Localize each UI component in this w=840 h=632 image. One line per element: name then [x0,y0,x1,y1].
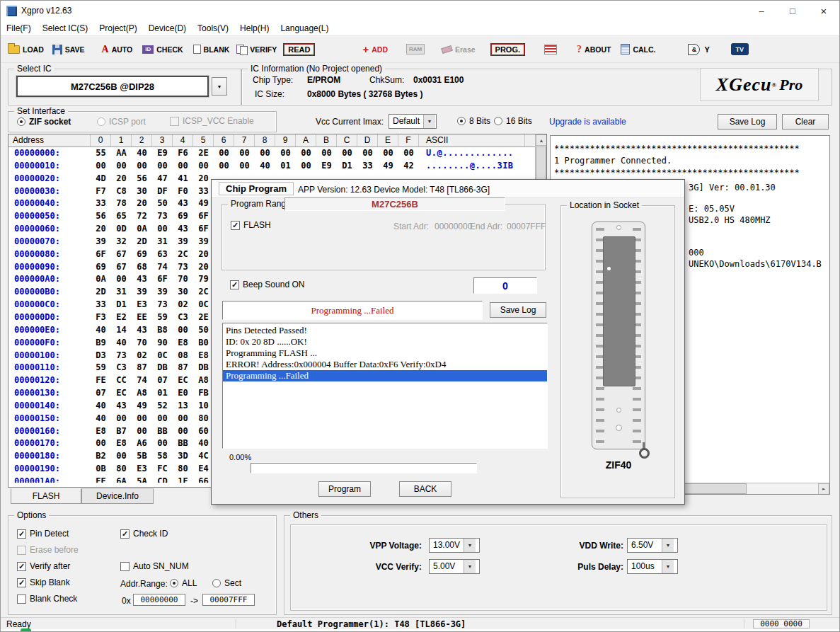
hex-byte-cell[interactable]: 80 [111,463,132,476]
hex-byte-cell[interactable]: 42 [398,160,419,173]
program-log-line[interactable]: Programming FLASH ... [223,347,547,359]
hex-byte-cell[interactable]: D3 [91,350,111,362]
hex-byte-cell[interactable]: 00 [275,147,296,160]
hex-byte-cell[interactable]: 73 [111,350,132,362]
hex-byte-cell[interactable]: 4D [91,173,111,185]
range-from-input[interactable] [133,594,185,606]
bits16-radio[interactable]: 16 Bits [494,116,532,126]
tab-flash[interactable]: FLASH [11,488,81,504]
hex-byte-cell[interactable]: 00 [173,425,193,438]
hex-byte-cell[interactable]: 0A [132,223,152,236]
hex-byte-cell[interactable]: BB [173,437,193,450]
calc-button[interactable]: CALC. [621,44,655,54]
hex-byte-cell[interactable]: 6F [91,248,111,261]
blank-button[interactable]: BLANK [193,45,230,54]
hex-byte-cell[interactable]: C3 [173,311,193,324]
hex-byte-cell[interactable]: C8 [111,185,132,198]
menu-language[interactable]: Language(L) [275,21,334,35]
hex-byte-cell[interactable]: 40 [91,413,111,425]
hex-byte-cell[interactable]: 00 [234,160,255,173]
hex-byte-cell[interactable]: 01 [275,160,296,173]
hex-byte-cell[interactable]: E9 [152,147,173,160]
program-log-line[interactable]: Programming ...Failed [223,370,547,381]
hex-byte-cell[interactable]: 00 [132,413,152,425]
hex-byte-cell[interactable]: 20 [132,197,152,210]
vdd-write-select[interactable]: 6.50V ▼ [627,538,678,553]
hex-byte-cell[interactable]: 69 [132,248,152,261]
scroll-right-icon[interactable]: ► [818,483,829,495]
hex-byte-cell[interactable]: 00 [398,147,419,160]
hex-byte-cell[interactable]: B9 [91,337,111,350]
hex-byte-cell[interactable]: 0D [111,223,132,236]
hex-byte-cell[interactable]: 2C [173,248,193,261]
hex-byte-cell[interactable]: 6A [111,476,132,483]
hex-byte-cell[interactable]: 59 [152,311,173,324]
hex-byte-cell[interactable]: A8 [132,387,152,400]
hex-byte-cell[interactable]: 30 [173,286,193,299]
icsp-vcc-checkbox[interactable]: ICSP_VCC Enable [170,116,254,126]
read-button[interactable]: READ [284,44,314,55]
verify-button[interactable]: VERIFY [236,45,277,54]
hex-byte-cell[interactable]: 02 [132,350,152,362]
hex-byte-cell[interactable]: 39 [152,286,173,299]
hex-byte-cell[interactable]: 00 [111,413,132,425]
hex-byte-cell[interactable]: 41 [173,173,193,185]
about-button[interactable]: ? ABOUT [577,44,611,55]
hex-byte-cell[interactable]: F7 [91,185,111,198]
hex-byte-cell[interactable]: 13 [173,400,193,413]
prog-button[interactable]: PROG. [491,44,524,55]
save-button[interactable]: SAVE [52,45,85,54]
hex-byte-cell[interactable]: EC [173,374,193,387]
hex-byte-cell[interactable]: 69 [173,210,193,223]
hex-byte-cell[interactable]: 40 [91,400,111,413]
menu-help[interactable]: Help(H) [234,21,275,35]
hex-byte-cell[interactable]: 20 [91,223,111,236]
clear-button[interactable]: Clear [782,114,829,130]
hex-byte-cell[interactable]: 74 [132,374,152,387]
hex-byte-cell[interactable]: B2 [91,450,111,463]
hex-byte-cell[interactable]: 33 [91,299,111,311]
hex-byte-cell[interactable]: BB [152,425,173,438]
hex-byte-cell[interactable]: A6 [132,437,152,450]
hex-byte-cell[interactable]: 70 [173,273,193,286]
hex-byte-cell[interactable]: 00 [111,450,132,463]
menu-tools[interactable]: Tools(V) [192,21,234,35]
selected-ic-combo[interactable]: M27C256B @DIP28 [16,76,209,97]
hex-byte-cell[interactable]: 40 [91,324,111,337]
hex-byte-cell[interactable]: 00 [214,147,234,160]
maximize-button[interactable]: □ [777,1,808,21]
hex-byte-cell[interactable]: 80 [173,463,193,476]
icsp-port-radio[interactable]: ICSP port [97,117,146,127]
hex-byte-cell[interactable]: 00 [357,147,378,160]
scroll-up-icon[interactable]: ▲ [536,134,547,146]
hex-byte-cell[interactable]: 65 [111,210,132,223]
hex-byte-cell[interactable]: 73 [152,299,173,311]
hex-byte-cell[interactable]: D1 [111,299,132,311]
hex-byte-cell[interactable]: E3 [132,463,152,476]
hex-byte-cell[interactable]: E9 [316,160,337,173]
range-to-input[interactable] [202,594,255,606]
hex-byte-cell[interactable]: 5B [132,450,152,463]
hex-byte-cell[interactable]: 39 [173,236,193,248]
hex-byte-cell[interactable]: 67 [111,248,132,261]
menu-select-ic[interactable]: Select IC(S) [37,21,94,35]
menu-project[interactable]: Project(P) [93,21,142,35]
hex-byte-cell[interactable]: 49 [378,160,398,173]
hex-byte-cell[interactable]: 00 [91,160,111,173]
dialog-save-log-button[interactable]: Save Log [490,302,546,318]
hex-byte-cell[interactable]: 31 [111,286,132,299]
back-button[interactable]: BACK [399,481,451,497]
hex-byte-cell[interactable]: 3D [173,450,193,463]
hex-byte-cell[interactable]: 0C [152,350,173,362]
hex-byte-cell[interactable]: 40 [132,147,152,160]
addr-sect-radio[interactable]: Sect [212,578,241,588]
hex-byte-cell[interactable]: 43 [132,273,152,286]
hex-byte-cell[interactable]: 00 [296,147,316,160]
hex-byte-cell[interactable]: 00 [152,437,173,450]
hex-byte-cell[interactable]: 00 [378,147,398,160]
hex-byte-cell[interactable]: 43 [111,400,132,413]
hex-byte-cell[interactable]: E8 [173,337,193,350]
hex-byte-cell[interactable]: 47 [152,173,173,185]
hex-byte-cell[interactable]: AA [111,147,132,160]
hex-byte-cell[interactable]: B7 [111,425,132,438]
